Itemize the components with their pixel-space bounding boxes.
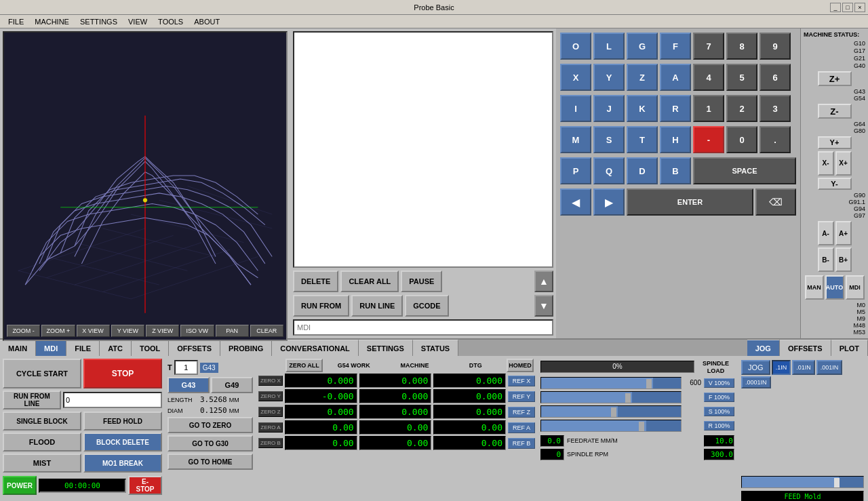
jog-speed-00001in-button[interactable]: .0001IN	[741, 376, 771, 388]
v100-button[interactable]: V 100%	[704, 378, 734, 388]
key-7[interactable]: 7	[693, 33, 724, 60]
menu-settings[interactable]: SETTINGS	[75, 16, 123, 27]
jog-x-minus-button[interactable]: X-	[818, 151, 834, 176]
key-6[interactable]: 6	[760, 64, 791, 91]
zero-z-button[interactable]: ZERO Z	[258, 407, 283, 417]
feedrate-input[interactable]	[704, 435, 734, 447]
jog-speed-01in-button[interactable]: .1IN	[772, 360, 791, 375]
jog-speed-001in-button[interactable]: .01IN	[792, 360, 815, 375]
close-button[interactable]: ×	[854, 3, 865, 12]
tab-offsets[interactable]: OFFSETS	[169, 340, 220, 356]
block-delete-button[interactable]: BLOCK DELETE	[83, 433, 162, 452]
jog-a-minus-button[interactable]: A-	[818, 221, 834, 245]
run-from-line-input[interactable]	[63, 392, 162, 408]
key-g[interactable]: G	[627, 33, 658, 60]
key-i[interactable]: I	[560, 95, 591, 122]
key-x[interactable]: X	[560, 64, 591, 91]
minimize-button[interactable]: _	[830, 3, 841, 12]
zoom-plus-button[interactable]: ZOOM +	[41, 325, 75, 337]
jog-z-plus-button[interactable]: Z+	[818, 71, 852, 86]
zero-a-button[interactable]: ZERO A	[258, 422, 283, 433]
zoom-minus-button[interactable]: ZOOM -	[7, 325, 40, 337]
key-o[interactable]: O	[560, 33, 591, 60]
menu-machine[interactable]: MACHINE	[29, 16, 75, 27]
ref-b-button[interactable]: REF B	[508, 438, 535, 449]
mode-man-button[interactable]: MAN	[805, 275, 824, 300]
key-dot[interactable]: .	[760, 126, 791, 153]
scroll-down-button[interactable]: ▼	[534, 295, 553, 317]
key-t[interactable]: T	[627, 126, 658, 153]
cycle-start-button[interactable]: CYCLE START	[3, 359, 81, 388]
key-s[interactable]: S	[593, 126, 625, 153]
pan-button[interactable]: PAN	[216, 325, 249, 337]
tool-number-input[interactable]	[174, 360, 198, 375]
key-l[interactable]: L	[593, 33, 625, 60]
tab-plot[interactable]: PLOT	[831, 340, 868, 356]
power-button[interactable]: POWER	[3, 476, 37, 495]
key-d[interactable]: D	[627, 157, 658, 184]
gcode-button[interactable]: GCODE	[405, 295, 448, 317]
go-to-g30-button[interactable]: GO TO G30	[167, 435, 253, 452]
ref-x-button[interactable]: REF X	[508, 376, 535, 386]
maximize-button[interactable]: □	[842, 3, 853, 12]
key-k[interactable]: K	[627, 95, 658, 122]
tab-jog[interactable]: JOG	[747, 340, 780, 356]
clear-all-button[interactable]: CLEAR ALL	[340, 270, 399, 292]
key-enter[interactable]: ENTER	[627, 188, 753, 216]
key-r[interactable]: R	[660, 95, 691, 122]
stop-button[interactable]: STOP	[83, 359, 162, 388]
tab-offsets-right[interactable]: OFFSETS	[780, 340, 831, 356]
g43-button[interactable]: G43	[167, 377, 210, 393]
spindle-rpm-input[interactable]	[704, 449, 734, 460]
menu-file[interactable]: FILE	[3, 16, 29, 27]
mist-button[interactable]: MIST	[3, 454, 81, 473]
estop-button[interactable]: E-STOP	[128, 476, 162, 495]
zero-b-button[interactable]: ZERO B	[258, 438, 283, 448]
delete-button[interactable]: DELETE	[293, 270, 338, 292]
r100-button[interactable]: R 100%	[704, 421, 734, 430]
key-space[interactable]: SPACE	[693, 157, 796, 184]
key-y[interactable]: Y	[593, 64, 625, 91]
jog-b-plus-button[interactable]: B+	[835, 247, 852, 272]
key-j[interactable]: J	[593, 95, 625, 122]
key-h[interactable]: H	[660, 126, 691, 153]
key-3[interactable]: 3	[760, 95, 791, 122]
zero-x-button[interactable]: ZERO X	[258, 376, 283, 386]
mode-mdi-button[interactable]: MDI	[846, 275, 865, 300]
g49-button[interactable]: G49	[211, 377, 253, 393]
ref-z-button[interactable]: REF Z	[508, 407, 535, 418]
f100-button[interactable]: F 100%	[704, 393, 734, 402]
pause-button[interactable]: PAUSE	[401, 270, 442, 292]
tab-mdi[interactable]: MDI	[36, 340, 66, 356]
key-0[interactable]: 0	[726, 126, 757, 153]
key-a[interactable]: A	[660, 64, 691, 91]
jog-y-minus-button[interactable]: Y-	[818, 178, 852, 190]
ref-a-button[interactable]: REF A	[508, 422, 535, 433]
ref-y-button[interactable]: REF Y	[508, 391, 535, 402]
key-f[interactable]: F	[660, 33, 691, 60]
tab-atc[interactable]: ATC	[100, 340, 132, 356]
tab-status[interactable]: STATUS	[413, 340, 458, 356]
key-minus[interactable]: -	[693, 126, 724, 153]
key-4[interactable]: 4	[693, 64, 724, 91]
tab-settings[interactable]: SETTINGS	[359, 340, 413, 356]
key-9[interactable]: 9	[760, 33, 791, 60]
y-view-button[interactable]: Y VIEW	[111, 325, 144, 337]
run-from-button[interactable]: RUN FROM	[293, 295, 349, 317]
jog-a-plus-button[interactable]: A+	[835, 221, 852, 245]
tab-probing[interactable]: PROBING	[220, 340, 272, 356]
mode-auto-button[interactable]: AUTO	[825, 275, 844, 300]
mo1-break-button[interactable]: MO1 BREAK	[83, 454, 162, 473]
menu-view[interactable]: VIEW	[123, 16, 153, 27]
s100-button[interactable]: S 100%	[704, 407, 734, 416]
jog-mode-button[interactable]: JOG	[741, 360, 770, 375]
run-from-line-button[interactable]: RUN FROM LINE	[3, 390, 61, 409]
key-5[interactable]: 5	[726, 64, 757, 91]
key-1[interactable]: 1	[693, 95, 724, 122]
scroll-up-button[interactable]: ▲	[534, 270, 553, 292]
jog-y-plus-button[interactable]: Y+	[818, 136, 852, 148]
run-line-button[interactable]: RUN LINE	[351, 295, 403, 317]
tab-tool[interactable]: TOOL	[132, 340, 169, 356]
key-b[interactable]: B	[660, 157, 691, 184]
iso-view-button[interactable]: ISO VW	[180, 325, 214, 337]
